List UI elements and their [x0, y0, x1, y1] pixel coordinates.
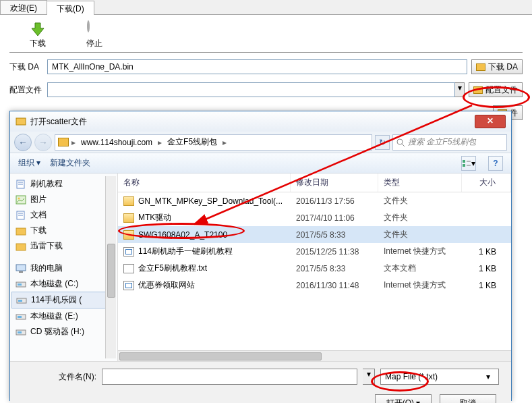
column-name[interactable]: 名称	[118, 173, 291, 192]
column-date[interactable]: 修改日期	[291, 173, 378, 192]
file-name: 优惠券领取网站	[138, 279, 195, 291]
sidebar-item-label: 本地磁盘 (E:)	[30, 311, 78, 322]
organize-menu[interactable]: 组织 ▾	[18, 157, 40, 169]
stop-button[interactable]: 停止	[86, 22, 102, 49]
close-button[interactable]: ✕	[475, 115, 506, 128]
sidebar-item[interactable]: 刷机教程	[11, 176, 116, 192]
folder-icon	[58, 138, 69, 146]
breadcrumb[interactable]: ▸ www.114shouji.com ▸ 金立F5线刷包 ▸	[55, 134, 372, 151]
chevron-right-icon: ▸	[223, 138, 227, 147]
view-options-button[interactable]: ▾	[461, 156, 476, 171]
svg-marker-0	[32, 23, 44, 36]
folder-icon	[123, 196, 134, 206]
pic-icon	[16, 195, 26, 205]
doc-icon	[16, 211, 26, 220]
file-type: Internet 快捷方式	[378, 278, 462, 292]
url-shortcut-icon	[123, 247, 134, 257]
file-date: 2016/11/3 17:56	[291, 195, 378, 207]
config-dropdown-icon[interactable]: ▾	[455, 82, 465, 97]
da-input[interactable]	[47, 59, 467, 74]
doc-icon	[16, 180, 26, 189]
config-browse-button[interactable]: 配置文件	[469, 82, 523, 97]
folder-icon	[123, 230, 134, 240]
dialog-titlebar: 打开scatter文件 ✕	[10, 111, 511, 132]
config-label: 配置文件	[9, 84, 47, 96]
sidebar-drive[interactable]: 本地磁盘 (C:)	[11, 276, 116, 292]
breadcrumb-item[interactable]: www.114shouji.com	[78, 138, 155, 147]
svg-rect-21	[18, 284, 22, 286]
pathbar: ← → ▸ www.114shouji.com ▸ 金立F5线刷包 ▸ ↻ 搜索…	[10, 132, 511, 153]
svg-rect-11	[16, 196, 26, 204]
file-type: 文本文档	[378, 261, 462, 275]
file-date: 2017/5/5 8:33	[291, 263, 378, 275]
folder-icon	[123, 213, 134, 223]
da-browse-button[interactable]: 下载 DA	[471, 59, 523, 74]
sidebar-item-label: 下载	[30, 225, 47, 236]
stop-icon	[87, 22, 102, 36]
file-size	[462, 200, 511, 203]
back-button[interactable]: ←	[14, 134, 32, 151]
scroll-thumb[interactable]	[119, 352, 322, 360]
sidebar-item-label: 迅雷下载	[30, 240, 63, 252]
file-row[interactable]: 优惠券领取网站2016/11/30 11:48Internet 快捷方式1 KB	[118, 277, 511, 294]
column-size[interactable]: 大小	[462, 173, 511, 192]
open-button[interactable]: 打开(O) ▾	[375, 394, 432, 403]
file-size	[462, 234, 511, 236]
refresh-button[interactable]: ↻	[375, 135, 390, 150]
file-row[interactable]: 金立F5刷机教程.txt2017/5/5 8:33文本文档1 KB	[118, 260, 511, 277]
svg-rect-5	[463, 164, 465, 167]
stop-label: 停止	[86, 38, 102, 49]
cancel-button[interactable]: 取消	[440, 394, 496, 403]
sidebar-drive[interactable]: CD 驱动器 (H:)	[11, 324, 116, 340]
file-row[interactable]: MTK驱动2017/4/10 11:06文件夹	[118, 209, 511, 226]
sidebar-item[interactable]: 下载	[11, 223, 116, 238]
search-input[interactable]: 搜索 金立F5线刷包	[392, 134, 507, 151]
file-date: 2015/12/25 11:38	[291, 246, 378, 258]
scroll-thumb[interactable]	[107, 244, 115, 298]
file-name: SWG1608A02_A_T2100	[138, 230, 227, 240]
svg-point-12	[18, 197, 20, 199]
new-folder-button[interactable]: 新建文件夹	[50, 157, 90, 169]
help-button[interactable]: ?	[488, 156, 503, 171]
sidebar-item-label: 文档	[30, 209, 47, 221]
svg-rect-1	[16, 118, 26, 125]
filename-dropdown-icon[interactable]: ▾	[363, 369, 375, 385]
sidebar-item[interactable]: 迅雷下载	[11, 238, 116, 254]
tab-download[interactable]: 下载(D)	[47, 1, 94, 15]
sidebar-drive[interactable]: 本地磁盘 (E:)	[11, 308, 116, 324]
file-date: 2017/4/10 11:06	[291, 212, 378, 224]
sidebar-item[interactable]: 文档	[11, 207, 116, 223]
file-date: 2016/11/30 11:48	[291, 279, 378, 292]
sidebar-drive[interactable]: 114手机乐园 (	[11, 292, 116, 308]
organize-bar: 组织 ▾ 新建文件夹 ▾ ?	[10, 153, 511, 173]
filename-label: 文件名(N):	[22, 371, 96, 383]
tab-welcome[interactable]: 欢迎(E)	[0, 0, 47, 14]
file-type: Internet 快捷方式	[378, 244, 462, 259]
file-filter-select[interactable]: Map File (*.txt) ▾	[380, 369, 499, 385]
forward-button[interactable]: →	[34, 134, 52, 151]
file-type: 文件夹	[378, 194, 462, 208]
breadcrumb-item[interactable]: 金立F5线刷包	[165, 136, 220, 148]
refresh-icon: ↻	[379, 138, 386, 147]
file-row[interactable]: 114刷机助手一键刷机教程2015/12/25 11:38Internet 快捷…	[118, 243, 511, 260]
file-row[interactable]: SWG1608A02_A_T21002017/5/5 8:33文件夹	[118, 226, 511, 243]
svg-rect-19	[19, 271, 23, 273]
file-row[interactable]: GN_MTK_MPKey_SP_Downlad_Tool(...2016/11/…	[118, 192, 511, 209]
file-list-scrollbar-h[interactable]	[118, 350, 511, 361]
view-icon	[462, 159, 471, 168]
sidebar-item[interactable]: 图片	[11, 192, 116, 207]
folder-icon	[476, 63, 485, 71]
config-input[interactable]	[47, 82, 455, 97]
svg-rect-17	[16, 244, 26, 250]
download-button[interactable]: 下载	[30, 22, 46, 49]
search-icon	[396, 138, 405, 147]
column-type[interactable]: 类型	[378, 173, 462, 192]
file-list: 名称 修改日期 类型 大小 GN_MTK_MPKey_SP_Downlad_To…	[118, 173, 511, 361]
sidebar-scrollbar[interactable]	[105, 176, 116, 358]
filename-input[interactable]	[102, 369, 357, 385]
folder-icon	[473, 86, 483, 94]
folder-icon	[16, 242, 26, 251]
svg-rect-23	[18, 300, 22, 302]
sidebar-group-computer[interactable]: 我的电脑	[11, 261, 116, 276]
arrow-left-icon: ←	[18, 137, 28, 148]
